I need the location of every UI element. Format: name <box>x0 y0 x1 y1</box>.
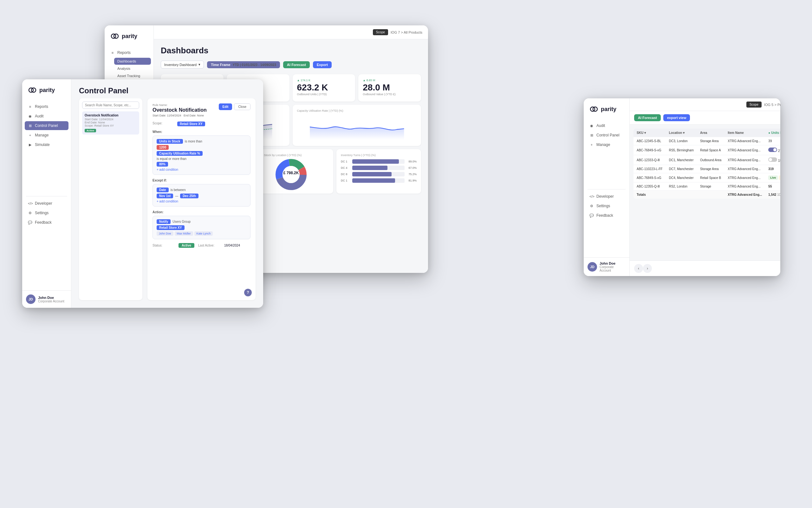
table-bottom: ‹ › ? <box>630 260 780 276</box>
tbl-sidebar-control-panel[interactable]: ⊞ Control Panel <box>586 131 627 140</box>
cp-sidebar-reports[interactable]: ≡ Reports <box>25 102 68 111</box>
bar-row-2: DC 4 67.0% <box>341 166 417 170</box>
cp-logo-text: parity <box>39 87 55 94</box>
chart-capacity: Capacity Utilisation Rate | (YTD) (%) <box>293 105 421 146</box>
bar-row-1: DC 1 89.0% <box>341 159 417 164</box>
sidebar-label-asset-tracking: Asset Tracking <box>117 74 140 78</box>
tbl-settings[interactable]: ⚙ Settings <box>586 202 627 210</box>
col-units-stock[interactable]: ● Units In Stock ▾ <box>765 128 780 137</box>
cp-developer[interactable]: </> Developer <box>25 199 68 208</box>
bar-track-1 <box>352 159 404 164</box>
cp-rule-list: Overstock Notification Start Date: 11/04… <box>79 98 142 300</box>
bar-label-1: DC 1 <box>341 160 350 163</box>
tbl-export-button[interactable]: export view <box>663 114 690 121</box>
dashboard-select[interactable]: Inventory Dashboard ▾ <box>161 60 204 69</box>
help-button[interactable]: ? <box>244 289 252 296</box>
chart-inventory-turns: Inventory Turns | (YTD) (%) DC 1 89.0% D… <box>336 149 421 194</box>
col-area[interactable]: Area <box>697 128 724 137</box>
tbl-ai-button[interactable]: AI Forecast <box>634 114 661 121</box>
bar-track-4 <box>352 178 404 183</box>
except-condition-box: Date is between Nov 1st — Dec 25th + add… <box>152 184 250 207</box>
inventory-table-window: parity ◉ Audit ⊞ Control Panel + Manage <box>584 98 780 276</box>
chart-label-5: Inventory Turns | (YTD) (%) <box>341 154 417 157</box>
breadcrumb: IOG 7 > All Products <box>391 31 422 34</box>
cp-detail: Rule Name: Overstock Notification Start … <box>147 98 255 300</box>
cp-rule-item-overstock[interactable]: Overstock Notification Start Date: 11/04… <box>82 111 139 134</box>
col-item-name[interactable]: Item Name <box>724 128 765 137</box>
logo-text: parity <box>122 33 137 40</box>
bar-fill-3 <box>352 172 392 176</box>
sidebar-item-analysis[interactable]: Analysis <box>114 65 151 72</box>
add-when-condition[interactable]: + add condition <box>157 168 246 171</box>
bar-label-3: DC 8 <box>341 173 350 176</box>
cp-feedback[interactable]: 💬 Feedback <box>25 218 68 227</box>
reports-icon: ≡ <box>110 51 115 54</box>
close-button[interactable]: Close <box>234 103 250 110</box>
detail-header: Rule Name: Overstock Notification Start … <box>152 103 250 117</box>
chart-label-4: Value in Stock by Location | (YTD) (%) <box>253 154 329 157</box>
sidebar-item-asset-tracking[interactable]: Asset Tracking <box>114 72 151 79</box>
stat-label-outbound: Outbound Units | (YTD) <box>297 93 351 96</box>
when-row-2c: 80% <box>157 162 246 167</box>
cp-search-input[interactable] <box>82 101 139 109</box>
toggle-off[interactable] <box>768 157 777 162</box>
col-sku[interactable]: SKU ▾ <box>633 128 666 137</box>
except-row-1: Date is between <box>157 187 246 192</box>
user-tag-max: Max Müller <box>175 231 193 236</box>
tbl-avatar: JD <box>587 262 597 271</box>
last-active: 18/04/2024 <box>224 244 240 247</box>
cp-avatar: JD <box>26 294 36 304</box>
cp-sidebar-audit[interactable]: ◉ Audit <box>25 112 68 121</box>
svg-text:£ 798.2K: £ 798.2K <box>283 171 299 175</box>
sidebar-label-analysis: Analysis <box>117 67 130 71</box>
add-except-condition[interactable]: + add condition <box>157 200 246 203</box>
cp-settings[interactable]: ⚙ Settings <box>25 208 68 217</box>
bar-row-3: DC 8 75.2% <box>341 172 417 176</box>
cp-sidebar-control-panel[interactable]: ⊞ Control Panel <box>25 121 68 130</box>
tbl-logo-icon <box>589 105 598 114</box>
sidebar-item-dashboards[interactable]: Dashboards <box>114 58 151 65</box>
tbl-sidebar-manage[interactable]: + Manage <box>586 140 627 149</box>
detail-dates: Start Date: 11/04/2024 End Date: None <box>152 114 207 117</box>
user-tag-john: John Doe <box>157 231 174 236</box>
rule-name: Overstock Notification <box>85 114 137 117</box>
export-button[interactable]: Export <box>313 61 332 68</box>
bar-label-2: DC 4 <box>341 166 350 169</box>
prev-arrow[interactable]: ‹ <box>634 264 643 273</box>
dashboard-select-label: Inventory Dashboard <box>164 63 197 67</box>
next-arrow[interactable]: › <box>643 264 652 273</box>
bar-pct-2: 67.0% <box>407 166 417 169</box>
user-tag-kate: Kate Lynch <box>194 231 213 236</box>
tbl-logo: parity <box>584 105 629 121</box>
sidebar-label-dashboards: Dashboards <box>117 59 136 63</box>
tbl-developer[interactable]: </> Developer <box>586 192 627 201</box>
table-row: ABC-12345-S-BL DC3, London Storage Area … <box>633 137 780 145</box>
sidebar-item-reports[interactable]: ≡ Reports <box>107 48 151 57</box>
cp-header: Control Panel <box>71 79 263 98</box>
col-location[interactable]: Location ▾ <box>666 128 697 137</box>
cp-sidebar-manage[interactable]: + Manage <box>25 131 68 140</box>
tbl-scope-button[interactable]: Scope <box>746 101 762 108</box>
inventory-table: SKU ▾ Location ▾ Area Item Name <box>633 128 780 199</box>
stat-value-outbound-val: 28.0 M <box>363 83 417 93</box>
table-controls: AI Forecast export view <box>630 111 780 125</box>
detail-rule-name: Overstock Notification <box>152 107 207 113</box>
stat-change-outbound: ▲ 174.1 K <box>297 79 351 82</box>
chevron-down-icon: ▾ <box>198 62 200 67</box>
toggle-on[interactable] <box>768 147 777 152</box>
table-totals-row: Totals XTRG Advanced Eng... 1,542 1022 <box>633 191 780 199</box>
tag-live: Live <box>768 175 778 180</box>
when-row-2b: is equal or more than <box>157 157 246 161</box>
logo: parity <box>105 32 153 48</box>
scope-button[interactable]: Scope <box>373 29 388 35</box>
timeframe-button[interactable]: Time Frame YTD | 01/01/2023 - 14/09/2023 <box>207 61 280 68</box>
table-row: ABC-110223-L-FF DC7, Manchester Storage … <box>633 165 780 173</box>
edit-button[interactable]: Edit <box>219 103 232 110</box>
table-topbar: Scope IOG 5 > Product Name <box>630 98 780 111</box>
ai-forecast-button[interactable]: AI Forecast <box>283 61 310 68</box>
cp-sidebar-simulate[interactable]: ▶ Simulate <box>25 140 68 149</box>
cp-user: JD John Doe Corporate Account <box>22 290 71 308</box>
cp-manage-icon: + <box>28 133 32 137</box>
tbl-feedback[interactable]: 💬 Feedback <box>586 211 627 220</box>
tbl-sidebar-audit[interactable]: ◉ Audit <box>586 121 627 130</box>
